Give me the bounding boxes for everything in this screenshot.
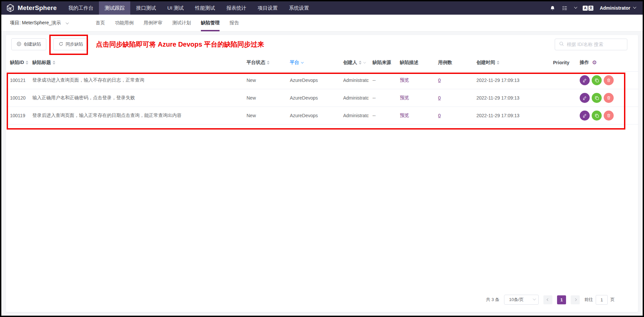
goto-page-input[interactable] xyxy=(596,295,608,305)
sort-defect-id[interactable] xyxy=(26,61,28,65)
copy-button[interactable] xyxy=(592,93,602,103)
topnav-item-report-stats[interactable]: 报表统计 xyxy=(221,1,252,15)
module-tabs: 首页 功能用例 用例评审 测试计划 缺陷管理 报告 xyxy=(96,15,239,31)
table-empty-space xyxy=(6,125,638,291)
goto-suffix: 页 xyxy=(610,297,615,303)
case-count-link[interactable]: 0 xyxy=(438,78,441,83)
delete-button[interactable] xyxy=(604,111,614,121)
table-header: 缺陷ID 缺陷标题 平台状态 平台 创建人 xyxy=(6,54,638,72)
cell-platform-status: New xyxy=(243,95,286,101)
copy-button[interactable] xyxy=(592,75,602,85)
topnav-item-ui-test[interactable]: UI 测试 xyxy=(162,1,189,15)
cell-platform: AzureDevops xyxy=(286,95,339,101)
user-chevron-down-icon xyxy=(633,5,636,9)
chevron-down-icon[interactable] xyxy=(574,7,576,9)
row-actions xyxy=(576,75,638,85)
search-box xyxy=(555,39,627,50)
sort-creator[interactable] xyxy=(359,61,361,65)
search-icon xyxy=(559,41,564,48)
cell-defect-title[interactable]: 登录成功进入查询页面，输入不存在的日志，正常查询 xyxy=(28,77,243,83)
sort-platform-status[interactable] xyxy=(267,61,270,65)
project-selector[interactable]: 项目: MeterSphere_演示 xyxy=(10,15,78,31)
cell-create-time: 2022-11-29 17:09:13 xyxy=(472,78,549,83)
copy-button[interactable] xyxy=(592,111,602,121)
tab-defect-management[interactable]: 缺陷管理 xyxy=(201,15,220,31)
brand[interactable]: MS MeterSphere xyxy=(1,1,63,15)
col-actions: 操作 ⚙ xyxy=(576,60,638,66)
case-count-link[interactable]: 0 xyxy=(438,113,441,118)
cell-platform: AzureDevops xyxy=(286,113,339,118)
defect-list-card: 创建缺陷 同步缺陷 点击同步缺陷即可将 Azure Devops 平台的缺陷同步… xyxy=(6,35,638,312)
edit-button[interactable] xyxy=(580,75,590,85)
col-case-count: 用例数 xyxy=(434,60,472,66)
next-page-button[interactable] xyxy=(571,295,580,304)
filter-platform-icon[interactable] xyxy=(301,61,304,63)
col-creator: 创建人 xyxy=(339,60,368,66)
current-page-button[interactable]: 1 xyxy=(557,295,566,304)
sync-defect-button[interactable]: 同步缺陷 xyxy=(53,38,88,50)
screenshot-frame: MS MeterSphere 我的工作台 测试跟踪 接口测试 UI 测试 性能测… xyxy=(0,0,644,317)
annotation-text: 点击同步缺陷即可将 Azure Devops 平台的缺陷同步过来 xyxy=(96,40,264,49)
topnav-item-api-test[interactable]: 接口测试 xyxy=(130,1,162,15)
page-size-chevron-icon xyxy=(533,297,536,300)
filter-creator-icon[interactable] xyxy=(363,61,366,63)
user-menu[interactable]: Administrator xyxy=(600,5,635,11)
goto-label: 前往 xyxy=(584,297,593,303)
cell-platform-status: New xyxy=(243,113,286,118)
preview-link[interactable]: 预览 xyxy=(396,113,434,119)
language-switch-icon[interactable]: A文 xyxy=(583,6,593,11)
page-size-select[interactable]: 10条/页 xyxy=(504,295,539,305)
tab-functional-case[interactable]: 功能用例 xyxy=(115,15,134,31)
edit-button[interactable] xyxy=(580,93,590,103)
top-navbar: MS MeterSphere 我的工作台 测试跟踪 接口测试 UI 测试 性能测… xyxy=(1,1,643,15)
cell-defect-source: -- xyxy=(368,95,396,101)
tab-test-plan[interactable]: 测试计划 xyxy=(172,15,191,31)
tab-case-review[interactable]: 用例评审 xyxy=(144,15,162,31)
delete-button[interactable] xyxy=(604,75,614,85)
topnav-item-system-settings[interactable]: 系统设置 xyxy=(283,1,315,15)
tab-home[interactable]: 首页 xyxy=(96,15,105,31)
prev-page-button[interactable] xyxy=(543,295,552,304)
row-actions xyxy=(576,93,638,103)
column-settings-gear-icon[interactable]: ⚙ xyxy=(592,60,597,65)
sort-create-time[interactable] xyxy=(497,61,499,65)
task-list-icon[interactable] xyxy=(562,5,568,11)
topnav-items: 我的工作台 测试跟踪 接口测试 UI 测试 性能测试 报表统计 项目设置 系统设… xyxy=(63,1,315,15)
col-defect-source: 缺陷来源 xyxy=(368,60,396,66)
svg-text:MS: MS xyxy=(8,8,12,10)
create-defect-button[interactable]: 创建缺陷 xyxy=(11,38,46,50)
refresh-icon xyxy=(59,42,63,47)
preview-link[interactable]: 预览 xyxy=(396,95,434,101)
table-row[interactable]: 100119 登录后进入查询页面，输入正常存在的日期点击查询，能正常查询出内容 … xyxy=(6,107,638,125)
cell-create-time: 2022-11-29 17:09:13 xyxy=(472,95,549,101)
col-defect-id: 缺陷ID xyxy=(6,60,28,66)
edit-button[interactable] xyxy=(580,111,590,121)
toolbar: 创建缺陷 同步缺陷 点击同步缺陷即可将 Azure Devops 平台的缺陷同步… xyxy=(6,35,638,54)
topnav-item-workbench[interactable]: 我的工作台 xyxy=(63,1,99,15)
metersphere-logo-icon: MS xyxy=(6,4,15,12)
col-defect-title: 缺陷标题 xyxy=(28,60,243,66)
topnav-item-performance-test[interactable]: 性能测试 xyxy=(189,1,221,15)
pagination-total: 共 3 条 xyxy=(486,297,499,303)
search-input[interactable] xyxy=(567,42,627,47)
topnav-right: A文 Administrator xyxy=(550,1,643,15)
cell-creator: Administrator xyxy=(339,95,368,101)
notification-bell-icon[interactable] xyxy=(550,5,555,11)
topnav-item-project-settings[interactable]: 项目设置 xyxy=(252,1,283,15)
cell-defect-title[interactable]: 登录后进入查询页面，输入正常存在的日期点击查询，能正常查询出内容 xyxy=(28,113,243,119)
cell-defect-id: 100121 xyxy=(6,78,28,83)
table-row[interactable]: 100121 登录成功进入查询页面，输入不存在的日志，正常查询 New Azur… xyxy=(6,72,638,89)
cell-defect-title[interactable]: 输入正确用户名和正确密码，点击登录，登录失败 xyxy=(28,95,243,101)
sort-defect-title[interactable] xyxy=(53,61,55,65)
preview-link[interactable]: 预览 xyxy=(396,77,434,83)
goto-page: 前往 页 xyxy=(584,295,615,305)
table-row[interactable]: 100120 输入正确用户名和正确密码，点击登录，登录失败 New AzureD… xyxy=(6,89,638,107)
case-count-link[interactable]: 0 xyxy=(438,95,441,101)
col-platform-status: 平台状态 xyxy=(243,60,286,66)
cell-defect-id: 100119 xyxy=(6,113,28,118)
topnav-item-test-track[interactable]: 测试跟踪 xyxy=(99,1,130,15)
tab-report[interactable]: 报告 xyxy=(230,15,239,31)
col-create-time: 创建时间 xyxy=(472,60,549,66)
delete-button[interactable] xyxy=(604,93,614,103)
cell-creator: Administrator xyxy=(339,78,368,83)
